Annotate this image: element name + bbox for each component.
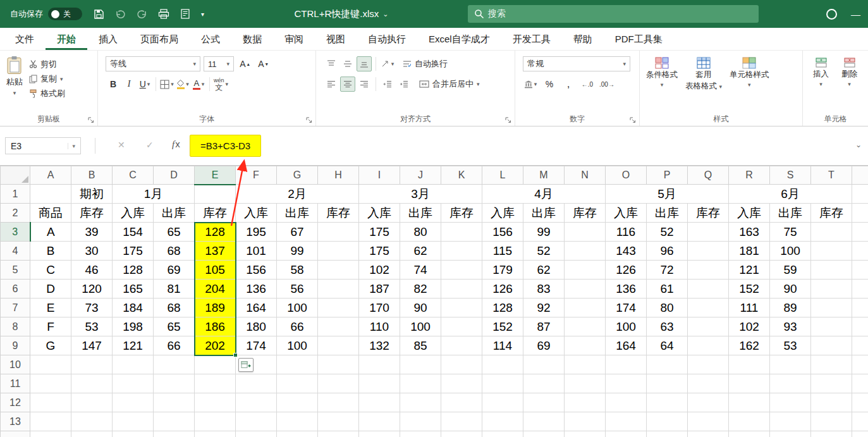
cell-P6[interactable]: 61 [647, 280, 688, 299]
cell-O6[interactable]: 136 [606, 280, 647, 299]
cell-E11[interactable] [195, 374, 236, 393]
cell-T5[interactable] [811, 261, 852, 280]
cell-L3[interactable]: 156 [482, 223, 523, 242]
cell-P3[interactable]: 52 [647, 223, 688, 242]
cell-Ax[interactable] [30, 431, 71, 437]
cell-I10[interactable] [359, 355, 400, 374]
cell-H5[interactable] [318, 261, 359, 280]
cell-R12[interactable] [729, 393, 770, 412]
cell-overflow-9[interactable] [852, 336, 868, 355]
align-top-button[interactable] [324, 56, 339, 71]
cell-J2[interactable]: 出库 [400, 204, 441, 223]
column-header-R[interactable]: R [729, 166, 770, 185]
cell-B6[interactable]: 120 [71, 280, 113, 299]
cell-overflow-2[interactable] [852, 204, 868, 223]
column-header-P[interactable]: P [647, 166, 688, 185]
cell-overflow-x[interactable] [852, 431, 868, 437]
cell-B13[interactable] [71, 412, 113, 431]
cell-B8[interactable]: 53 [71, 317, 113, 336]
cell-S11[interactable] [770, 374, 811, 393]
cell-D6[interactable]: 81 [154, 280, 195, 299]
ribbon-tab-Excel自学成才[interactable]: Excel自学成才 [417, 28, 501, 50]
undo-icon[interactable] [115, 9, 126, 19]
column-header-Q[interactable]: Q [688, 166, 729, 185]
align-middle-button[interactable] [340, 56, 355, 71]
cell-J11[interactable] [400, 374, 441, 393]
cell-T11[interactable] [811, 374, 852, 393]
save-icon[interactable] [94, 9, 104, 20]
fill-handle[interactable] [233, 353, 238, 357]
cell-Fx[interactable] [236, 431, 277, 437]
cell-Hx[interactable] [318, 431, 359, 437]
cell-J6[interactable]: 82 [400, 280, 441, 299]
cell-H6[interactable] [318, 280, 359, 299]
cell-O13[interactable] [606, 412, 647, 431]
cell-G7[interactable]: 100 [277, 299, 318, 317]
column-header-overflow[interactable] [852, 166, 868, 185]
cell-I7[interactable]: 170 [359, 299, 400, 317]
cell-P9[interactable]: 64 [647, 336, 688, 355]
cell-P5[interactable]: 72 [647, 261, 688, 280]
cell-C10[interactable] [113, 355, 154, 374]
column-header-O[interactable]: O [606, 166, 647, 185]
paste-dropdown-icon[interactable]: ▾ [13, 90, 16, 96]
cell-T6[interactable] [811, 280, 852, 299]
row-header-8[interactable]: 8 [1, 317, 30, 336]
cell-R1[interactable]: 6月 [729, 185, 852, 204]
cell-T13[interactable] [811, 412, 852, 431]
cell-Q7[interactable] [688, 299, 729, 317]
cell-D4[interactable]: 68 [154, 242, 195, 261]
cell-O3[interactable]: 116 [606, 223, 647, 242]
underline-button[interactable]: U▾ [137, 77, 152, 92]
cell-F2[interactable]: 入库 [236, 204, 277, 223]
cell-C1[interactable]: 1月 [113, 185, 195, 204]
cell-L2[interactable]: 入库 [482, 204, 523, 223]
cell-G3[interactable]: 67 [277, 223, 318, 242]
cell-J3[interactable]: 80 [400, 223, 441, 242]
cell-S5[interactable]: 59 [770, 261, 811, 280]
cell-A2[interactable]: 商品 [30, 204, 71, 223]
cell-B7[interactable]: 73 [71, 299, 113, 317]
cell-K2[interactable]: 库存 [441, 204, 482, 223]
formula-input[interactable]: =B3+C3-D3 [190, 132, 849, 159]
cell-Q13[interactable] [688, 412, 729, 431]
print-icon[interactable] [158, 9, 169, 19]
cell-R3[interactable]: 163 [729, 223, 770, 242]
cell-E9[interactable]: 202 [195, 336, 236, 355]
cell-K9[interactable] [441, 336, 482, 355]
cell-overflow-1[interactable] [852, 185, 868, 204]
cell-T2[interactable]: 库存 [811, 204, 852, 223]
cell-L7[interactable]: 128 [482, 299, 523, 317]
cell-F5[interactable]: 156 [236, 261, 277, 280]
cell-B10[interactable] [71, 355, 113, 374]
cell-O7[interactable]: 174 [606, 299, 647, 317]
cell-D12[interactable] [154, 393, 195, 412]
cell-B9[interactable]: 147 [71, 336, 113, 355]
cell-A11[interactable] [30, 374, 71, 393]
cell-F4[interactable]: 101 [236, 242, 277, 261]
cell-M6[interactable]: 83 [523, 280, 565, 299]
cell-B3[interactable]: 39 [71, 223, 113, 242]
cell-I4[interactable]: 175 [359, 242, 400, 261]
cell-F12[interactable] [236, 393, 277, 412]
cell-S8[interactable]: 93 [770, 317, 811, 336]
cell-T3[interactable] [811, 223, 852, 242]
ribbon-tab-审阅[interactable]: 审阅 [273, 28, 315, 50]
cell-L1[interactable]: 4月 [482, 185, 606, 204]
cell-G2[interactable]: 出库 [277, 204, 318, 223]
column-header-K[interactable]: K [441, 166, 482, 185]
cell-Sx[interactable] [770, 431, 811, 437]
column-header-J[interactable]: J [400, 166, 441, 185]
cell-I13[interactable] [359, 412, 400, 431]
cell-I5[interactable]: 102 [359, 261, 400, 280]
cell-L6[interactable]: 126 [482, 280, 523, 299]
cell-D3[interactable]: 65 [154, 223, 195, 242]
cell-R10[interactable] [729, 355, 770, 374]
cell-A5[interactable]: C [30, 261, 71, 280]
cell-N5[interactable] [565, 261, 606, 280]
cell-K5[interactable] [441, 261, 482, 280]
cell-T7[interactable] [811, 299, 852, 317]
font-color-button[interactable]: A ▾ [191, 77, 206, 92]
cell-A13[interactable] [30, 412, 71, 431]
cell-H13[interactable] [318, 412, 359, 431]
